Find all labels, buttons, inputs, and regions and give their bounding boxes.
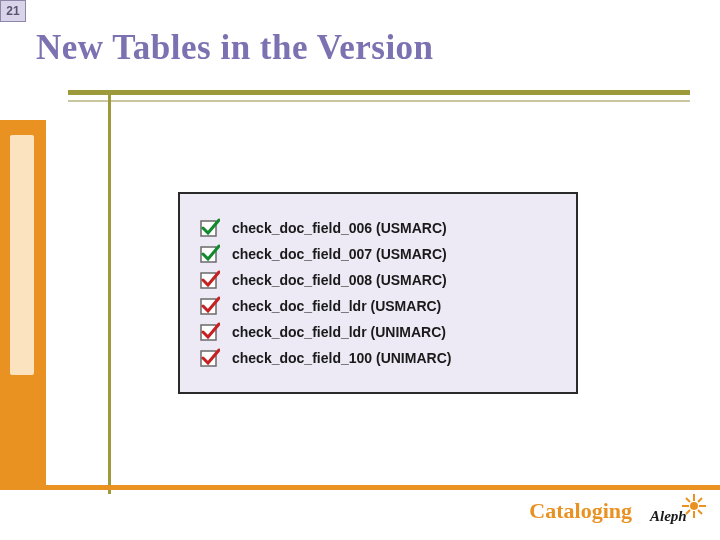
slide: 21 New Tables in the Version check_doc_f… bbox=[0, 0, 720, 540]
checkmark-icon bbox=[200, 244, 220, 264]
title-underline-group bbox=[68, 90, 690, 110]
svg-line-14 bbox=[698, 510, 702, 514]
list-item: check_doc_field_ldr (UNIMARC) bbox=[200, 322, 556, 342]
list-item-label: check_doc_field_ldr (USMARC) bbox=[232, 298, 441, 314]
checkmark-icon bbox=[200, 322, 220, 342]
list-item-label: check_doc_field_ldr (UNIMARC) bbox=[232, 324, 446, 340]
olive-rule bbox=[68, 90, 690, 95]
svg-point-6 bbox=[690, 502, 698, 510]
checkmark-icon bbox=[200, 348, 220, 368]
svg-line-11 bbox=[686, 498, 690, 502]
aleph-logo: Aleph bbox=[648, 492, 710, 532]
list-item-label: check_doc_field_008 (USMARC) bbox=[232, 272, 447, 288]
checkmark-icon bbox=[200, 218, 220, 238]
list-item-label: check_doc_field_007 (USMARC) bbox=[232, 246, 447, 262]
left-band-highlight bbox=[10, 135, 34, 375]
checkmark-icon bbox=[200, 296, 220, 316]
bottom-orange-rule bbox=[0, 485, 720, 490]
page-number-badge: 21 bbox=[0, 0, 26, 22]
slide-title: New Tables in the Version bbox=[36, 28, 434, 68]
list-item: check_doc_field_ldr (USMARC) bbox=[200, 296, 556, 316]
tables-list-box: check_doc_field_006 (USMARC) check_doc_f… bbox=[178, 192, 578, 394]
list-item: check_doc_field_100 (UNIMARC) bbox=[200, 348, 556, 368]
olive-vertical-rule bbox=[108, 90, 111, 494]
list-item: check_doc_field_006 (USMARC) bbox=[200, 218, 556, 238]
footer-label: Cataloging bbox=[529, 498, 632, 524]
list-item: check_doc_field_007 (USMARC) bbox=[200, 244, 556, 264]
list-item-label: check_doc_field_100 (UNIMARC) bbox=[232, 350, 451, 366]
page-number: 21 bbox=[6, 4, 19, 18]
svg-line-12 bbox=[698, 498, 702, 502]
list-item-label: check_doc_field_006 (USMARC) bbox=[232, 220, 447, 236]
logo-text: Aleph bbox=[650, 508, 687, 525]
pale-rule bbox=[68, 100, 690, 102]
list-item: check_doc_field_008 (USMARC) bbox=[200, 270, 556, 290]
checkmark-icon bbox=[200, 270, 220, 290]
